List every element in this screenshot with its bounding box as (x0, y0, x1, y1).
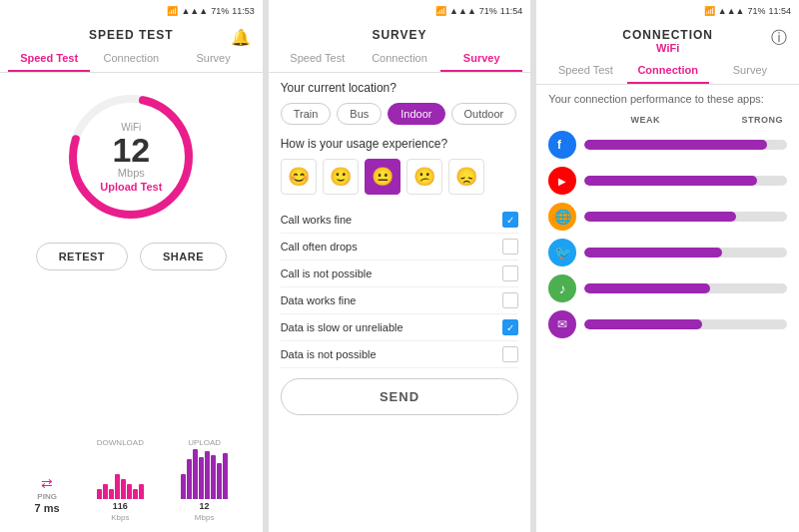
status-bar-survey: 📶 ▲▲▲ 71% 11:54 (269, 0, 531, 22)
upload-bar-1 (181, 474, 186, 499)
youtube-bar (584, 176, 756, 186)
battery-conn: 71% (747, 6, 765, 16)
ping-label: PING (37, 492, 57, 501)
tab-survey-2[interactable]: Survey (440, 46, 522, 72)
download-bar-2 (103, 484, 108, 499)
music-icon: ♪ (548, 274, 576, 302)
tab-speed-test-2[interactable]: Speed Test (277, 46, 359, 72)
wifi-icon-survey: 📶 (435, 6, 446, 16)
emoji-0[interactable]: 😊 (281, 159, 317, 195)
check-item-3: Data works fine (281, 287, 519, 314)
upload-bar-4 (199, 457, 204, 499)
speed-gauge: WiFi 12 Mbps Upload Test (61, 87, 201, 227)
divider-2 (532, 0, 534, 532)
connection-title: CONNECTION (548, 28, 787, 42)
check-item-0: Call works fine ✓ (281, 207, 519, 234)
checkbox-1[interactable] (502, 239, 518, 255)
download-value: 116 (113, 501, 128, 511)
emoji-2[interactable]: 😐 (365, 159, 400, 195)
browser-icon: 🌐 (548, 203, 576, 231)
battery-survey: 71% (479, 6, 497, 16)
download-bar-7 (133, 489, 138, 499)
location-outdoor[interactable]: Outdoor (451, 103, 517, 125)
download-bar-6 (127, 484, 132, 499)
emoji-4[interactable]: 😞 (448, 159, 484, 195)
emoji-3[interactable]: 😕 (406, 159, 442, 195)
checkbox-4[interactable]: ✓ (502, 319, 518, 335)
app-row-facebook: f (548, 131, 787, 159)
twitter-bar (584, 248, 722, 258)
ping-icon: ⇄ (41, 475, 53, 491)
upload-bar-5 (205, 451, 210, 499)
checkbox-5[interactable] (502, 346, 518, 362)
signal-icon-conn: ▲▲▲ (718, 6, 745, 16)
send-button[interactable]: SEND (281, 378, 519, 415)
upload-value: 12 (200, 501, 210, 511)
download-chart: DOWNLOAD 116 Kbps (97, 438, 144, 522)
tab-speed-test-1[interactable]: Speed Test (8, 46, 90, 72)
status-bar-speed: 📶 ▲▲▲ 71% 11:53 (0, 0, 263, 22)
svg-text:f: f (557, 138, 562, 152)
location-train[interactable]: Train (281, 103, 332, 125)
app-row-email: ✉ (548, 310, 787, 338)
action-buttons: RETEST SHARE (36, 243, 227, 270)
upload-bar-3 (193, 449, 198, 499)
check-label-3: Data works fine (281, 294, 357, 306)
strength-header: WEAK STRONG (548, 115, 787, 125)
download-unit: Kbps (111, 513, 129, 522)
email-bar (584, 319, 702, 329)
survey-tabs: Speed Test Connection Survey (269, 46, 531, 73)
tab-survey-3[interactable]: Survey (709, 58, 791, 84)
time-label-speed: 11:53 (232, 6, 255, 16)
upload-label: UPLOAD (188, 438, 221, 447)
retest-button[interactable]: RETEST (36, 243, 128, 270)
checkbox-3[interactable] (502, 292, 518, 308)
email-bar-container (584, 319, 787, 329)
location-indoor[interactable]: Indoor (388, 103, 444, 125)
emoji-1[interactable]: 🙂 (323, 159, 359, 195)
battery-label: 71% (211, 6, 229, 16)
tab-survey-1[interactable]: Survey (172, 46, 254, 72)
chart-area: ⇄ PING 7 ms DOWNLOAD 116 Kbps (8, 278, 255, 522)
download-bars (97, 449, 144, 499)
upload-unit: Mbps (195, 513, 215, 522)
strength-labels: WEAK STRONG (630, 115, 783, 125)
check-item-4: Data is slow or unreliable ✓ (281, 314, 519, 341)
youtube-bar-container (584, 176, 787, 186)
youtube-icon: ▶ (548, 167, 576, 195)
bell-icon[interactable]: 🔔 (231, 28, 251, 47)
ping-value: 7 ms (35, 502, 60, 514)
app-row-browser: 🌐 (548, 203, 787, 231)
checklist: Call works fine ✓ Call often drops Call … (281, 207, 519, 368)
weak-label: WEAK (630, 115, 660, 125)
app-row-twitter: 🐦 (548, 239, 787, 266)
info-icon[interactable]: ⓘ (771, 28, 787, 49)
check-label-2: Call is not possible (281, 267, 373, 279)
tab-connection-3[interactable]: Connection (627, 58, 709, 84)
location-bus[interactable]: Bus (337, 103, 382, 125)
upload-bar-7 (217, 463, 222, 499)
status-icons-survey: 📶 ▲▲▲ 71% 11:54 (435, 6, 522, 16)
check-label-5: Data is not possible (281, 348, 377, 360)
tab-speed-test-3[interactable]: Speed Test (544, 58, 626, 84)
speed-test-content: WiFi 12 Mbps Upload Test RETEST SHARE ⇄ … (0, 73, 263, 532)
checkbox-0[interactable]: ✓ (502, 212, 518, 228)
app-row-youtube: ▶ (548, 167, 787, 195)
upload-bar-6 (211, 455, 216, 499)
share-button[interactable]: SHARE (140, 243, 227, 270)
location-options: Train Bus Indoor Outdoor (281, 103, 519, 125)
location-question: Your current location? (281, 81, 519, 95)
check-item-5: Data is not possible (281, 341, 519, 368)
wifi-icon: 📶 (167, 6, 178, 16)
gauge-speed-value: 12 (100, 133, 162, 167)
ping-block: ⇄ PING 7 ms (35, 475, 60, 522)
checkbox-2[interactable] (502, 266, 518, 281)
browser-bar (584, 212, 736, 222)
check-label-4: Data is slow or unreliable (281, 321, 403, 333)
download-bar-3 (109, 489, 114, 499)
app-row-music: ♪ (548, 274, 787, 302)
wifi-icon-conn: 📶 (704, 6, 715, 16)
tab-connection-1[interactable]: Connection (90, 46, 172, 72)
survey-title: SURVEY (281, 28, 519, 42)
tab-connection-2[interactable]: Connection (359, 46, 440, 72)
